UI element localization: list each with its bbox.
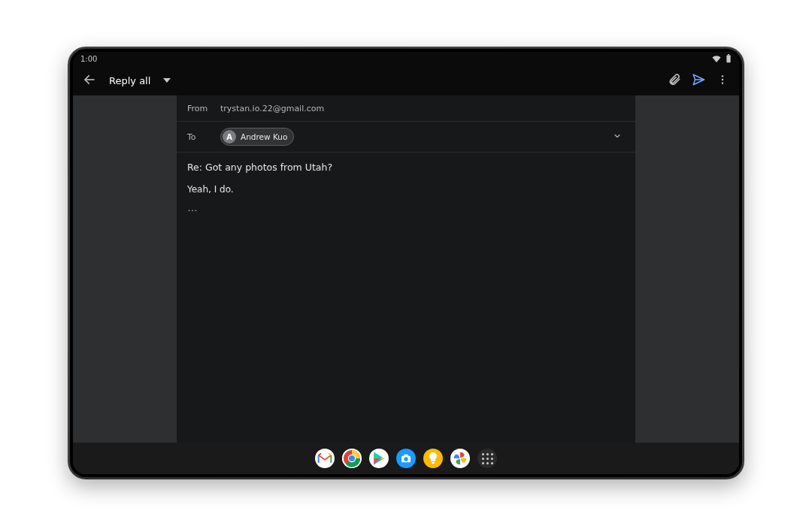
taskbar-app-gmail[interactable] (315, 449, 335, 468)
svg-rect-13 (404, 455, 408, 457)
recipient-avatar: A (223, 130, 236, 144)
subject-row[interactable]: Re: Got any photos from Utah? (177, 153, 635, 181)
svg-point-5 (722, 78, 723, 80)
content-area: From trystan.io.22@gmail.com To A Andrew… (73, 95, 739, 443)
back-button[interactable] (79, 70, 100, 91)
reply-mode-dropdown[interactable] (156, 70, 177, 91)
taskbar-app-drawer[interactable] (477, 449, 497, 468)
recipient-chip[interactable]: A Andrew Kuo (220, 128, 294, 146)
stage: 1:00 (0, 0, 812, 526)
subject-text: Re: Got any photos from Utah? (187, 162, 332, 173)
chevron-down-icon (613, 132, 622, 143)
body-row[interactable]: Yeah, I do. (177, 181, 635, 201)
body-text: Yeah, I do. (187, 183, 234, 196)
svg-point-6 (722, 82, 723, 83)
more-vert-icon (717, 74, 729, 88)
app-bar: Reply all (73, 65, 739, 95)
svg-point-4 (722, 75, 723, 77)
taskbar (73, 443, 739, 474)
taskbar-app-camera[interactable] (396, 449, 416, 468)
svg-rect-1 (728, 54, 729, 56)
battery-icon (726, 54, 732, 63)
arrow-back-icon (83, 73, 96, 89)
from-email: trystan.io.22@gmail.com (220, 104, 324, 113)
svg-point-11 (349, 455, 355, 461)
tablet-frame: 1:00 (68, 47, 744, 479)
compose-panel: From trystan.io.22@gmail.com To A Andrew… (177, 95, 635, 443)
send-button[interactable] (688, 70, 709, 91)
show-quoted-text-button[interactable]: … (187, 202, 205, 213)
app-bar-right (664, 70, 733, 91)
svg-rect-7 (319, 454, 332, 463)
status-right (712, 54, 732, 63)
taskbar-app-chrome[interactable] (342, 449, 362, 468)
to-label: To (187, 132, 213, 142)
tablet-bezel: 1:00 (70, 49, 742, 477)
paperclip-icon (668, 73, 681, 89)
attach-button[interactable] (664, 70, 685, 91)
app-bar-title: Reply all (109, 75, 150, 86)
send-icon (692, 73, 705, 89)
taskbar-app-photos[interactable] (450, 449, 470, 468)
from-row[interactable]: From trystan.io.22@gmail.com (177, 95, 635, 122)
overflow-menu-button[interactable] (712, 70, 733, 91)
to-row[interactable]: To A Andrew Kuo (177, 122, 635, 153)
caret-down-icon (163, 75, 171, 86)
taskbar-app-keep[interactable] (423, 449, 443, 468)
taskbar-app-play-store[interactable] (369, 449, 389, 468)
svg-point-14 (404, 457, 408, 461)
status-bar: 1:00 (73, 52, 739, 65)
content-gutter-left (73, 95, 177, 443)
recipient-name: Andrew Kuo (241, 132, 287, 141)
svg-rect-15 (432, 462, 435, 464)
wifi-icon (712, 55, 721, 62)
from-label: From (187, 104, 213, 113)
content-gutter-right (635, 95, 739, 443)
screen: 1:00 (73, 52, 739, 474)
svg-rect-0 (726, 56, 730, 63)
app-bar-left: Reply all (79, 70, 177, 91)
status-clock: 1:00 (80, 55, 97, 63)
expand-recipients-button[interactable] (610, 129, 625, 144)
